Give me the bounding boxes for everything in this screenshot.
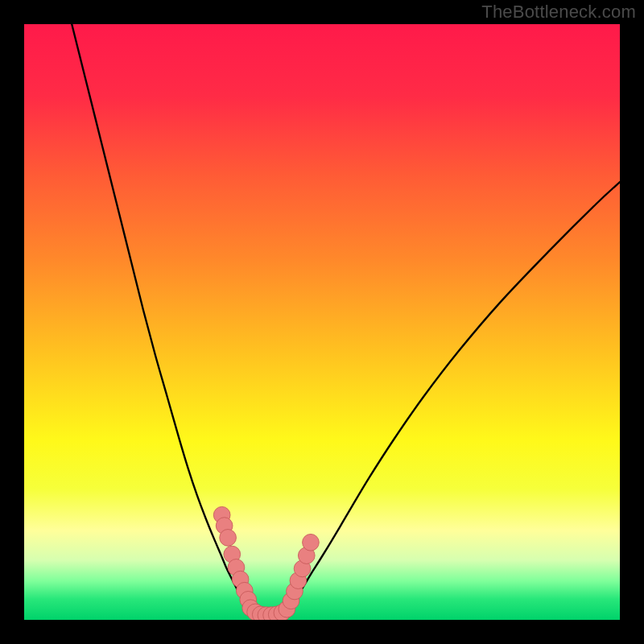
marker-dot — [220, 530, 237, 547]
plot-area — [24, 24, 620, 620]
data-markers — [213, 506, 319, 620]
curve-layer — [24, 24, 620, 620]
curve-right-branch — [289, 182, 620, 608]
chart-frame: TheBottleneck.com — [0, 0, 644, 644]
watermark-text: TheBottleneck.com — [481, 2, 636, 23]
marker-dot — [303, 534, 320, 551]
